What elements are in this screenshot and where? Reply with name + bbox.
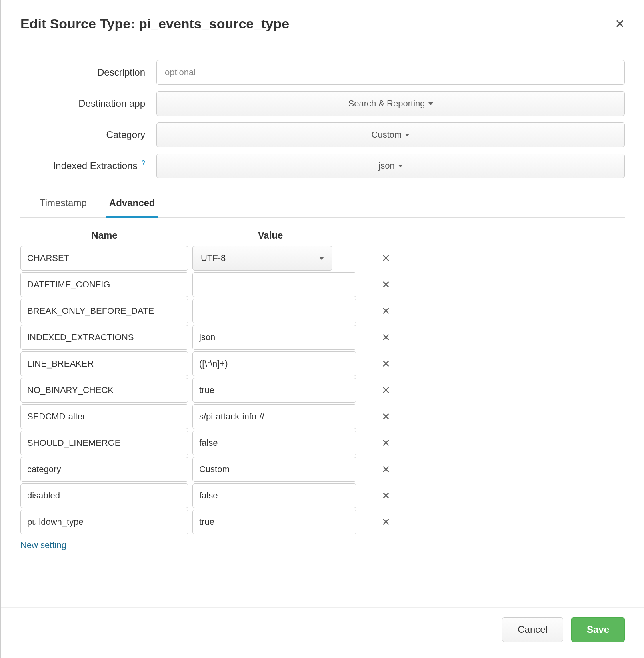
setting-name-input[interactable]	[20, 325, 188, 350]
setting-name-input[interactable]	[20, 457, 188, 482]
advanced-settings-table: Name Value UTF-8✕✕✕✕✕✕✕✕✕✕✕ New setting	[20, 230, 625, 550]
setting-value-text: UTF-8	[201, 253, 226, 263]
table-row: ✕	[20, 299, 625, 323]
delete-row-icon[interactable]: ✕	[374, 358, 398, 370]
delete-row-icon[interactable]: ✕	[374, 463, 398, 476]
tab-timestamp[interactable]: Timestamp	[36, 190, 90, 218]
new-setting-link[interactable]: New setting	[20, 540, 66, 550]
setting-value-select[interactable]: UTF-8	[192, 246, 332, 271]
delete-row-icon[interactable]: ✕	[374, 252, 398, 265]
delete-row-icon[interactable]: ✕	[374, 331, 398, 344]
setting-value-input[interactable]	[192, 378, 356, 403]
indexed-extractions-select[interactable]: json	[156, 154, 625, 178]
setting-name-input[interactable]	[20, 351, 188, 376]
control-destination-app: Search & Reporting	[156, 91, 625, 116]
delete-row-icon[interactable]: ✕	[374, 384, 398, 397]
category-select[interactable]: Custom	[156, 122, 625, 147]
close-icon[interactable]: ✕	[615, 18, 625, 30]
setting-value-input[interactable]	[192, 325, 356, 350]
setting-value-input[interactable]	[192, 272, 356, 297]
table-row: UTF-8✕	[20, 246, 625, 271]
control-indexed-extractions: json	[156, 154, 625, 178]
setting-value-input[interactable]	[192, 299, 356, 323]
modal-footer: Cancel Save	[1, 607, 644, 658]
chevron-down-icon	[319, 257, 324, 260]
setting-value-input[interactable]	[192, 404, 356, 429]
description-input[interactable]	[156, 60, 625, 85]
delete-row-icon[interactable]: ✕	[374, 279, 398, 291]
table-row: ✕	[20, 483, 625, 508]
indexed-extractions-value: json	[378, 161, 394, 171]
setting-name-input[interactable]	[20, 299, 188, 323]
table-row: ✕	[20, 510, 625, 534]
tab-advanced[interactable]: Advanced	[106, 190, 158, 218]
edit-source-type-modal: Edit Source Type: pi_events_source_type …	[0, 0, 644, 658]
chevron-down-icon	[428, 102, 433, 105]
label-destination-app: Destination app	[20, 98, 156, 109]
delete-row-icon[interactable]: ✕	[374, 490, 398, 502]
chevron-down-icon	[405, 134, 410, 136]
header-value: Value	[188, 230, 352, 241]
cancel-button[interactable]: Cancel	[502, 617, 563, 642]
destination-app-value: Search & Reporting	[348, 98, 425, 109]
table-row: ✕	[20, 431, 625, 455]
table-row: ✕	[20, 457, 625, 482]
row-description: Description	[20, 60, 625, 85]
label-category: Category	[20, 129, 156, 140]
setting-name-input[interactable]	[20, 246, 188, 271]
setting-value-input[interactable]	[192, 431, 356, 455]
table-header: Name Value	[20, 230, 625, 246]
setting-name-input[interactable]	[20, 483, 188, 508]
table-row: ✕	[20, 351, 625, 376]
label-description: Description	[20, 67, 156, 78]
tabs: Timestamp Advanced	[20, 190, 625, 218]
help-icon[interactable]: ?	[142, 160, 145, 166]
setting-value-input[interactable]	[192, 351, 356, 376]
delete-row-icon[interactable]: ✕	[374, 411, 398, 423]
setting-value-input[interactable]	[192, 510, 356, 534]
setting-value-input[interactable]	[192, 457, 356, 482]
chevron-down-icon	[398, 165, 403, 167]
row-indexed-extractions: Indexed Extractions ? json	[20, 154, 625, 178]
modal-header: Edit Source Type: pi_events_source_type …	[1, 0, 644, 44]
modal-title: Edit Source Type: pi_events_source_type	[20, 16, 289, 32]
save-button[interactable]: Save	[571, 617, 625, 642]
label-indexed-extractions: Indexed Extractions ?	[20, 160, 156, 171]
setting-name-input[interactable]	[20, 378, 188, 403]
header-name: Name	[20, 230, 188, 241]
setting-name-input[interactable]	[20, 431, 188, 455]
delete-row-icon[interactable]: ✕	[374, 305, 398, 317]
setting-name-input[interactable]	[20, 510, 188, 534]
delete-row-icon[interactable]: ✕	[374, 437, 398, 449]
setting-name-input[interactable]	[20, 272, 188, 297]
setting-name-input[interactable]	[20, 404, 188, 429]
modal-body: Description Destination app Search & Rep…	[1, 44, 644, 607]
destination-app-select[interactable]: Search & Reporting	[156, 91, 625, 116]
setting-value-input[interactable]	[192, 483, 356, 508]
control-category: Custom	[156, 122, 625, 147]
table-row: ✕	[20, 325, 625, 350]
delete-row-icon[interactable]: ✕	[374, 516, 398, 528]
table-row: ✕	[20, 378, 625, 403]
row-destination-app: Destination app Search & Reporting	[20, 91, 625, 116]
table-row: ✕	[20, 272, 625, 297]
row-category: Category Custom	[20, 122, 625, 147]
table-row: ✕	[20, 404, 625, 429]
control-description	[156, 60, 625, 85]
category-value: Custom	[372, 130, 402, 140]
